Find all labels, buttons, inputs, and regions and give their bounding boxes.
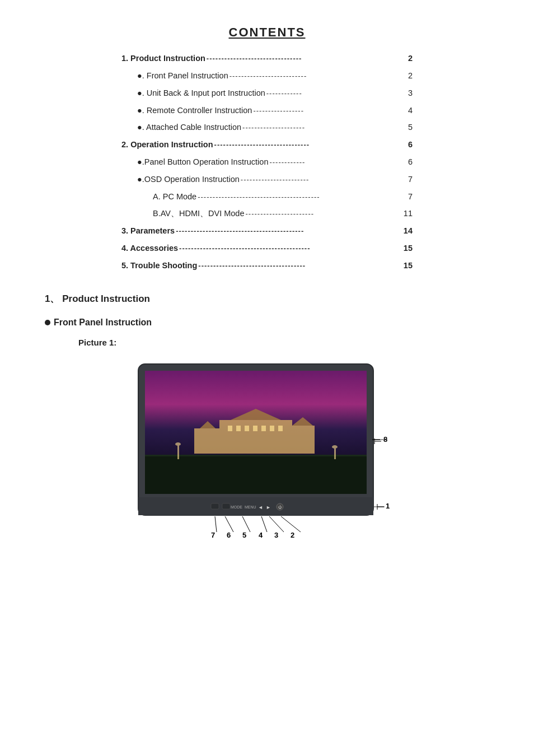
section-1-sub-label: Front Panel Instruction <box>54 315 152 330</box>
toc-dots: ------------ <box>266 88 407 100</box>
svg-line-38 <box>269 516 284 532</box>
toc-label: 5. Trouble Shooting <box>121 259 197 272</box>
toc-item-1-2: ●. Unit Back & Input port Instruction --… <box>121 87 413 102</box>
svg-rect-10 <box>228 426 232 431</box>
svg-rect-4 <box>219 420 292 454</box>
bullet-icon <box>45 320 50 325</box>
svg-text:►: ► <box>266 505 271 510</box>
toc-page: 15 <box>404 259 413 272</box>
svg-rect-5 <box>194 428 221 454</box>
section-1-heading: 1、 Product Instruction <box>45 291 489 306</box>
toc-dots: --------------------- <box>242 122 407 134</box>
toc-label: 4. Accessories <box>121 242 178 255</box>
toc-item-1-1: ●. Front Panel Instruction -------------… <box>121 69 413 85</box>
toc-page: 7 <box>408 190 413 203</box>
toc-page: 6 <box>408 138 413 151</box>
svg-text:MENU: MENU <box>245 505 256 509</box>
toc-label: A. PC Mode <box>153 190 196 203</box>
toc-page: 5 <box>408 121 413 134</box>
svg-rect-6 <box>291 426 315 454</box>
toc-page: 7 <box>408 173 413 186</box>
page: CONTENTS 1. Product Instruction --------… <box>0 0 534 756</box>
svg-line-34 <box>215 516 217 532</box>
picture-1-label: Picture 1: <box>45 336 489 349</box>
toc-dots: ----------------------------------------… <box>176 226 402 238</box>
svg-point-19 <box>175 442 181 446</box>
toc-item-1-4: ●. Attached Cable Instruction ----------… <box>121 121 413 136</box>
toc-page: 14 <box>404 225 413 237</box>
toc-item-2-2: ●.OSD Operation Instruction ------------… <box>121 173 413 188</box>
svg-rect-20 <box>334 448 336 459</box>
svg-point-21 <box>332 445 338 449</box>
svg-line-35 <box>225 516 233 532</box>
toc-dots: ------------------------------------ <box>198 260 402 273</box>
toc-item-1: 1. Product Instruction -----------------… <box>121 52 413 67</box>
monitor-wrapper: MODE MENU ◄ ► ⏻ <box>133 358 401 547</box>
toc-page: 15 <box>404 242 413 255</box>
toc-dots: -------------------------- <box>229 71 407 83</box>
toc-label: 3. Parameters <box>121 225 175 237</box>
toc-page: 11 <box>404 207 413 220</box>
page-title: CONTENTS <box>45 22 489 42</box>
svg-rect-13 <box>253 426 257 431</box>
toc: 1. Product Instruction -----------------… <box>121 52 413 274</box>
toc-dots: ----------------- <box>253 105 407 118</box>
monitor-illustration: MODE MENU ◄ ► ⏻ <box>45 358 489 547</box>
toc-dots: ------------ <box>269 157 406 169</box>
svg-text:3: 3 <box>274 531 278 539</box>
toc-label: ●. Unit Back & Input port Instruction <box>137 87 265 100</box>
svg-text:5: 5 <box>242 531 246 539</box>
toc-page: 6 <box>408 156 413 169</box>
toc-label: ●.Panel Button Operation Instruction <box>137 156 268 169</box>
toc-page: 2 <box>408 52 413 65</box>
toc-page: 2 <box>408 69 413 82</box>
toc-item-3: 3. Parameters --------------------------… <box>121 225 413 240</box>
svg-rect-17 <box>145 456 367 494</box>
svg-rect-29 <box>211 503 219 509</box>
svg-line-37 <box>261 516 267 532</box>
toc-item-4: 4. Accessories -------------------------… <box>121 242 413 257</box>
toc-item-1-3: ●. Remote Controller Instruction -------… <box>121 104 413 119</box>
toc-label: ●. Front Panel Instruction <box>137 69 228 82</box>
toc-label: B.AV、HDMI、DVI Mode <box>153 207 245 220</box>
toc-dots: ----------------------- <box>246 208 402 221</box>
toc-dots: ----------------------------------------… <box>179 243 402 255</box>
svg-text:⏻: ⏻ <box>278 505 282 509</box>
toc-dots: ----------------------------------------… <box>198 192 407 204</box>
toc-label: ●.OSD Operation Instruction <box>137 173 240 186</box>
toc-page: 4 <box>408 104 413 117</box>
svg-rect-16 <box>278 426 283 431</box>
svg-rect-18 <box>177 445 179 459</box>
svg-text:8: 8 <box>383 435 387 444</box>
toc-item-5: 5. Trouble Shooting --------------------… <box>121 259 413 274</box>
svg-line-36 <box>242 516 250 532</box>
toc-label: ●. Attached Cable Instruction <box>137 121 241 134</box>
toc-item-2: 2. Operation Instruction ---------------… <box>121 138 413 153</box>
svg-text:MODE: MODE <box>231 505 242 509</box>
svg-text:◄: ◄ <box>258 505 263 510</box>
svg-rect-11 <box>236 426 241 431</box>
toc-page: 3 <box>408 87 413 100</box>
svg-text:4: 4 <box>259 531 263 539</box>
toc-label: 2. Operation Instruction <box>121 138 213 151</box>
toc-item-2-2-b: B.AV、HDMI、DVI Mode ---------------------… <box>121 207 413 222</box>
svg-rect-14 <box>261 426 266 431</box>
svg-text:7: 7 <box>211 531 215 539</box>
toc-item-2-2-a: A. PC Mode -----------------------------… <box>121 190 413 206</box>
toc-dots: -------------------------------- <box>207 53 407 66</box>
toc-label: 1. Product Instruction <box>121 52 205 65</box>
toc-dots: -------------------------------- <box>214 139 407 152</box>
toc-dots: ----------------------- <box>241 174 407 186</box>
toc-label: ●. Remote Controller Instruction <box>137 104 252 117</box>
svg-text:6: 6 <box>227 531 231 539</box>
toc-item-2-1: ●.Panel Button Operation Instruction ---… <box>121 156 413 171</box>
svg-text:2: 2 <box>291 531 294 539</box>
svg-rect-12 <box>245 426 249 431</box>
monitor-svg: MODE MENU ◄ ► ⏻ <box>133 358 401 543</box>
svg-line-39 <box>281 516 301 532</box>
svg-text:1: 1 <box>386 502 390 510</box>
section-1-sub-heading: Front Panel Instruction <box>45 315 489 330</box>
svg-rect-30 <box>222 503 230 509</box>
svg-rect-15 <box>270 426 274 431</box>
